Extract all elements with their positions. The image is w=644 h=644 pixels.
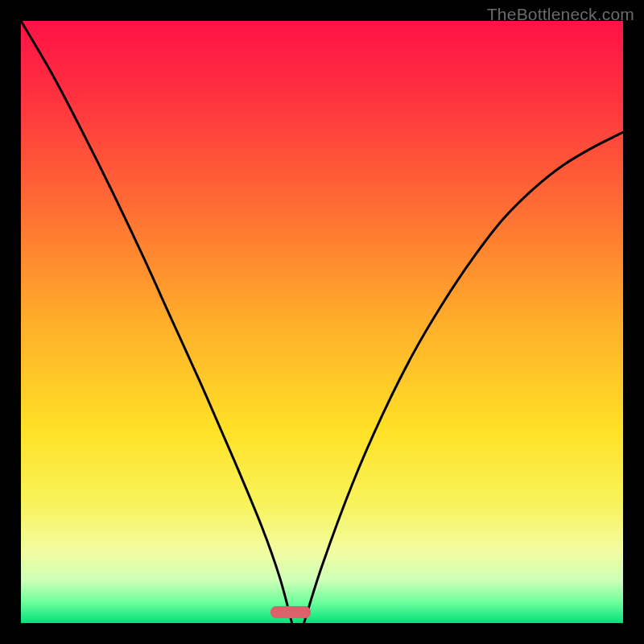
curve-layer bbox=[21, 21, 623, 623]
outer-frame: TheBottleneck.com bbox=[0, 0, 644, 644]
watermark-text: TheBottleneck.com bbox=[487, 5, 634, 24]
curve-right-branch bbox=[304, 132, 623, 623]
curve-left-branch bbox=[21, 21, 292, 623]
plot-area bbox=[21, 21, 623, 623]
optimal-marker bbox=[270, 606, 311, 618]
